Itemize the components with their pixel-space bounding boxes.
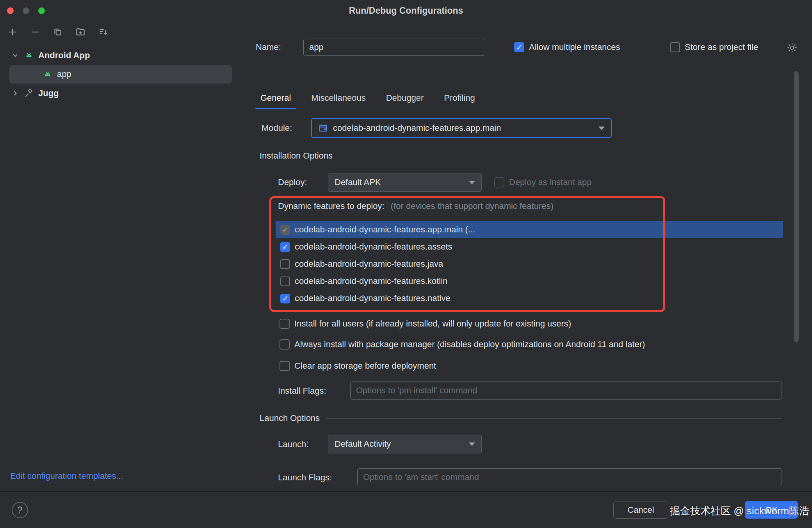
section-rule — [326, 418, 782, 419]
checkbox-label: Allow multiple instances — [529, 42, 620, 52]
checkbox-box — [280, 225, 290, 235]
always-install-package-manager-checkbox[interactable]: Always install with package manager (dis… — [280, 339, 645, 350]
module-icon — [318, 123, 328, 133]
checkbox-box[interactable] — [670, 42, 680, 52]
checkbox-box — [494, 177, 504, 187]
section-title: Launch Options — [260, 413, 320, 423]
edit-configuration-templates-link[interactable]: Edit configuration templates... — [10, 471, 123, 481]
checkbox-box[interactable] — [280, 361, 290, 371]
store-as-project-file-checkbox[interactable]: Store as project file — [670, 42, 758, 52]
sidebar-divider — [241, 21, 241, 491]
name-input[interactable] — [303, 39, 485, 56]
new-folder-button[interactable] — [75, 27, 86, 37]
checkbox-label: Deploy as instant app — [509, 177, 592, 187]
feature-row-native[interactable]: codelab-android-dynamic-features.native — [276, 290, 783, 307]
allow-multiple-instances-checkbox[interactable]: Allow multiple instances — [514, 42, 620, 52]
section-rule — [339, 156, 782, 156]
section-title: Installation Options — [260, 151, 333, 161]
configuration-tabs: General Miscellaneous Debugger Profiling — [255, 88, 480, 109]
name-label: Name: — [256, 42, 281, 52]
feature-label: codelab-android-dynamic-features.assets — [295, 242, 452, 252]
checkbox-label: Store as project file — [685, 42, 758, 52]
deploy-value: Default APK — [335, 177, 381, 187]
feature-label: codelab-android-dynamic-features.kotlin — [295, 276, 447, 286]
android-icon — [23, 50, 34, 61]
install-for-all-users-checkbox[interactable]: Install for all users (if already instal… — [280, 319, 571, 329]
chevron-down-icon — [469, 181, 475, 184]
add-configuration-button[interactable] — [7, 27, 18, 37]
chevron-down-icon[interactable] — [11, 51, 20, 60]
window-title: Run/Debug Configurations — [0, 5, 812, 16]
configurations-toolbar — [0, 21, 241, 43]
checkbox-box[interactable] — [514, 42, 524, 52]
install-flags-input[interactable] — [350, 382, 782, 400]
checkbox-box[interactable] — [280, 242, 290, 252]
module-select[interactable]: codelab-android-dynamic-features.app.mai… — [311, 118, 612, 138]
checkbox-box[interactable] — [280, 259, 290, 269]
tab-general[interactable]: General — [255, 88, 296, 109]
checkbox-box[interactable] — [280, 339, 290, 350]
feature-label: codelab-android-dynamic-features.java — [295, 259, 443, 269]
launch-options-section: Launch Options — [260, 413, 782, 423]
dynamic-features-title: Dynamic features to deploy: — [278, 201, 385, 211]
tab-miscellaneous[interactable]: Miscellaneous — [306, 88, 370, 109]
feature-row-java[interactable]: codelab-android-dynamic-features.java — [276, 255, 783, 273]
checkbox-box[interactable] — [280, 294, 290, 303]
tree-group-jugg[interactable]: Jugg — [11, 84, 59, 103]
hammer-icon — [23, 88, 34, 99]
feature-row-kotlin[interactable]: codelab-android-dynamic-features.kotlin — [276, 273, 783, 290]
deploy-select[interactable]: Default APK — [328, 173, 482, 192]
deploy-label: Deploy: — [278, 177, 307, 187]
help-button[interactable]: ? — [12, 502, 28, 518]
checkbox-label: Clear app storage before deployment — [294, 361, 436, 371]
launch-value: Default Activity — [335, 439, 391, 449]
tree-item-app-selected[interactable]: app — [9, 65, 232, 84]
tree-group-android-app[interactable]: Android App — [11, 46, 90, 65]
ok-button[interactable]: OK — [745, 501, 798, 519]
tree-group-label: Jugg — [38, 88, 59, 98]
launch-flags-input[interactable] — [357, 468, 782, 486]
module-label: Module: — [262, 123, 292, 133]
checkbox-label: Install for all users (if already instal… — [294, 319, 571, 329]
tab-profiling[interactable]: Profiling — [439, 88, 480, 109]
checkbox-label: Always install with package manager (dis… — [294, 339, 645, 350]
footer-divider — [0, 491, 812, 492]
clear-app-storage-checkbox[interactable]: Clear app storage before deployment — [280, 361, 436, 371]
checkbox-box[interactable] — [280, 276, 290, 286]
feature-label: codelab-android-dynamic-features.native — [295, 293, 451, 303]
launch-label: Launch: — [278, 439, 308, 450]
chevron-down-icon — [469, 442, 475, 446]
feature-label: codelab-android-dynamic-features.app.mai… — [295, 225, 475, 235]
launch-flags-label: Launch Flags: — [278, 473, 332, 483]
module-value: codelab-android-dynamic-features.app.mai… — [333, 123, 501, 133]
run-debug-configurations-dialog: Run/Debug Configurations Android App — [0, 0, 812, 528]
vertical-scrollbar[interactable] — [794, 71, 799, 342]
deploy-as-instant-app-checkbox: Deploy as instant app — [494, 177, 592, 187]
tree-item-label: app — [57, 69, 71, 79]
gear-icon[interactable] — [786, 42, 798, 54]
remove-configuration-button[interactable] — [30, 27, 41, 37]
install-flags-label: Install Flags: — [278, 386, 326, 396]
cancel-button[interactable]: Cancel — [613, 501, 668, 519]
checkbox-box[interactable] — [280, 319, 290, 329]
chevron-down-icon — [598, 127, 605, 130]
dynamic-features-label: Dynamic features to deploy: (for devices… — [278, 201, 554, 211]
feature-row-app-main[interactable]: codelab-android-dynamic-features.app.mai… — [276, 221, 783, 238]
copy-configuration-button[interactable] — [52, 27, 63, 37]
launch-select[interactable]: Default Activity — [328, 435, 482, 453]
feature-row-assets[interactable]: codelab-android-dynamic-features.assets — [276, 238, 783, 255]
android-icon — [42, 69, 53, 80]
dynamic-features-list: codelab-android-dynamic-features.app.mai… — [276, 221, 783, 307]
tree-group-label: Android App — [38, 50, 90, 61]
tab-debugger[interactable]: Debugger — [381, 88, 429, 109]
chevron-right-icon[interactable] — [11, 89, 20, 98]
dynamic-features-hint: (for devices that support dynamic featur… — [391, 201, 554, 211]
sort-configurations-button[interactable] — [98, 27, 109, 37]
installation-options-section: Installation Options — [260, 151, 782, 161]
